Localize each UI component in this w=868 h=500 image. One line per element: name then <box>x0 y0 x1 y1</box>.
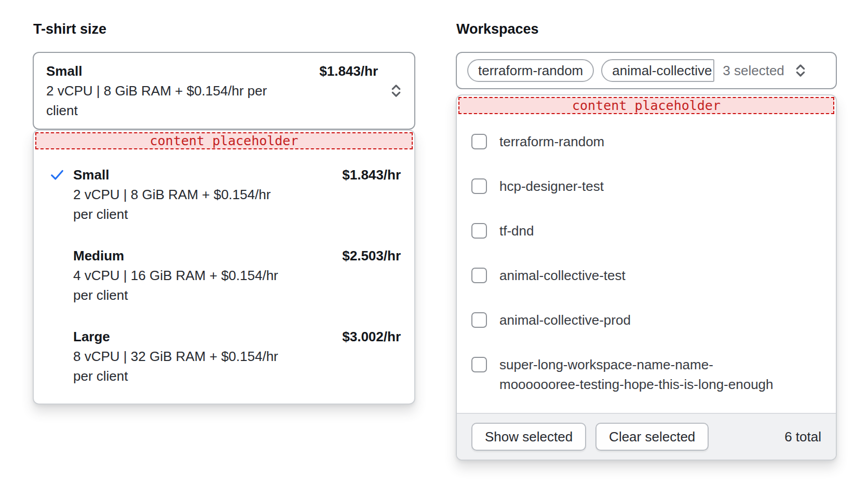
checkbox-unchecked[interactable] <box>471 268 487 283</box>
selected-count: 3 selected <box>723 63 784 79</box>
option-body: Small $1.843/hr 2 vCPU | 8 GiB RAM + $0.… <box>73 165 401 224</box>
tshirt-trigger-title: Small <box>46 61 82 81</box>
content-placeholder-text: content placeholder <box>150 134 299 148</box>
caret-up-down-icon <box>792 62 809 79</box>
clear-selected-button[interactable]: Clear selected <box>595 423 709 451</box>
option-price: $3.002/hr <box>342 327 401 346</box>
option-body: Medium $2.503/hr 4 vCPU | 16 GiB RAM + $… <box>73 246 401 305</box>
workspaces-option-list: terraform-random hcp-designer-test tf-dn… <box>457 114 836 413</box>
checkbox-unchecked[interactable] <box>471 357 487 372</box>
option-title: Medium <box>73 246 124 266</box>
option-description: 8 vCPU | 32 GiB RAM + $0.154/hr per clie… <box>73 346 281 386</box>
option-title: Large <box>73 327 110 346</box>
workspace-option-label: terraform-random <box>499 132 604 151</box>
tshirt-option-medium[interactable]: Medium $2.503/hr 4 vCPU | 16 GiB RAM + $… <box>49 246 401 305</box>
tshirt-listbox: content placeholder Small $1.843/hr <box>33 130 415 405</box>
check-placeholder <box>49 327 67 386</box>
option-price: $1.843/hr <box>342 165 401 185</box>
dropdown-footer: Show selected Clear selected 6 total <box>457 413 836 460</box>
workspaces-select-trigger[interactable]: terraform-random animal-collective 3 sel… <box>456 52 837 89</box>
total-count: 6 total <box>784 429 821 445</box>
checkbox-unchecked[interactable] <box>471 134 487 149</box>
checkbox-unchecked[interactable] <box>471 223 487 239</box>
workspace-option-label: hcp-designer-test <box>499 176 604 196</box>
option-title: Small <box>73 165 109 185</box>
workspace-option-label: animal-collective-test <box>499 266 626 285</box>
checkbox-unchecked[interactable] <box>471 178 487 194</box>
option-price: $2.503/hr <box>342 246 401 266</box>
workspace-option-label: super-long-workspace-name-name-moooooore… <box>499 355 784 394</box>
content-placeholder-text: content placeholder <box>572 99 721 113</box>
workspace-option-hcp-designer-test[interactable]: hcp-designer-test <box>457 164 836 209</box>
content-placeholder-bar: content placeholder <box>35 132 413 149</box>
tshirt-size-label: T-shirt size <box>33 21 415 37</box>
caret-up-down-icon <box>387 82 405 100</box>
page: T-shirt size Small $1.843/hr 2 vCPU | 8 … <box>0 0 868 461</box>
tshirt-trigger-title-row: Small $1.843/hr <box>46 61 378 81</box>
tshirt-options: Small $1.843/hr 2 vCPU | 8 GiB RAM + $0.… <box>34 149 414 386</box>
option-body: Large $3.002/hr 8 vCPU | 32 GiB RAM + $0… <box>73 327 401 386</box>
tshirt-size-section: T-shirt size Small $1.843/hr 2 vCPU | 8 … <box>33 21 415 461</box>
check-placeholder <box>49 246 67 305</box>
workspace-tag-animal-collective[interactable]: animal-collective <box>601 59 714 82</box>
workspaces-section: Workspaces terraform-random animal-colle… <box>456 21 837 461</box>
option-description: 2 vCPU | 8 GiB RAM + $0.154/hr per clien… <box>73 185 281 224</box>
tshirt-option-small[interactable]: Small $1.843/hr 2 vCPU | 8 GiB RAM + $0.… <box>49 165 401 224</box>
check-icon <box>49 165 67 224</box>
workspace-tag-terraform-random[interactable]: terraform-random <box>467 59 594 82</box>
tshirt-option-large[interactable]: Large $3.002/hr 8 vCPU | 32 GiB RAM + $0… <box>49 327 401 386</box>
workspace-option-tf-dnd[interactable]: tf-dnd <box>457 209 836 253</box>
workspace-option-super-long-workspace[interactable]: super-long-workspace-name-name-moooooore… <box>457 342 836 407</box>
option-description: 4 vCPU | 16 GiB RAM + $0.154/hr per clie… <box>73 266 281 305</box>
workspaces-label: Workspaces <box>456 21 837 37</box>
workspace-option-label: animal-collective-prod <box>499 310 631 330</box>
workspace-option-label: tf-dnd <box>499 221 534 241</box>
content-placeholder-bar: content placeholder <box>458 97 834 114</box>
tshirt-select-trigger[interactable]: Small $1.843/hr 2 vCPU | 8 GiB RAM + $0.… <box>33 52 415 130</box>
tshirt-trigger-price: $1.843/hr <box>319 61 378 81</box>
workspace-option-animal-collective-prod[interactable]: animal-collective-prod <box>457 298 836 342</box>
show-selected-button[interactable]: Show selected <box>471 423 586 451</box>
checkbox-unchecked[interactable] <box>471 312 487 328</box>
workspace-option-animal-collective-test[interactable]: animal-collective-test <box>457 253 836 298</box>
workspace-option-terraform-random[interactable]: terraform-random <box>457 119 836 164</box>
tshirt-trigger-description: 2 vCPU | 8 GiB RAM + $0.154/hr per clien… <box>46 81 285 120</box>
workspaces-dropdown: content placeholder terraform-random hcp… <box>456 94 837 461</box>
